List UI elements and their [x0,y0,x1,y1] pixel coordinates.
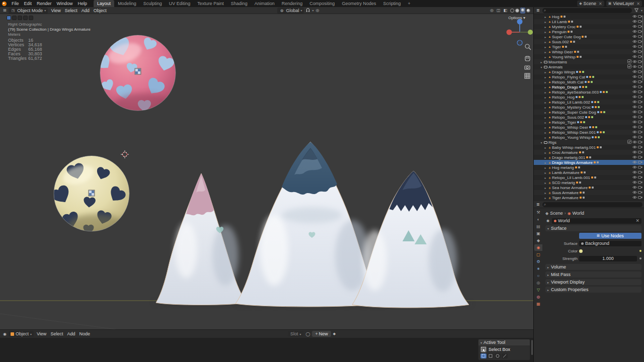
outliner-row[interactable]: ▸▲Penguin [534,29,644,34]
camera-icon[interactable] [638,85,642,89]
disclosure-triangle[interactable]: ▸ [543,50,547,54]
show-gizmo-icon[interactable]: ◎ [489,8,495,13]
properties-tab-physics[interactable]: ○ [534,273,542,279]
properties-tab-texture[interactable]: ▦ [534,301,542,307]
outliner-row[interactable]: ▸⋔Croc Armature [534,150,644,155]
disclosure-triangle[interactable]: ▸ [543,186,547,190]
menu-render[interactable]: Render [34,0,54,7]
texture-image-widget[interactable] [89,190,95,196]
active-tool-icon[interactable] [7,16,11,20]
eye-icon[interactable] [632,115,637,120]
eye-icon[interactable] [632,155,637,160]
rendered-shading-icon[interactable] [526,9,530,13]
material-preview-icon[interactable] [521,8,525,12]
eye-icon[interactable] [632,145,637,150]
breadcrumb-scene[interactable]: Scene [550,211,563,216]
disclosure-triangle[interactable]: ▸ [543,101,547,104]
disclosure-triangle[interactable]: ▸ [543,191,547,195]
camera-icon[interactable] [638,175,642,180]
workspace-tab-shading[interactable]: Shading [227,0,251,7]
toggle-xray-icon[interactable]: ◧ [502,8,508,13]
mountain-left[interactable] [156,173,247,305]
workspace-tab-sculpting[interactable]: Sculpting [140,0,166,7]
properties-tab-object[interactable]: ▢ [534,251,542,258]
surface-section-header[interactable]: ▾ Surface [545,225,641,231]
unlink-viewlayer-icon[interactable]: ✕ [635,2,640,6]
eye-icon[interactable] [632,40,637,44]
disclosure-triangle[interactable]: ▸ [543,85,547,89]
properties-tab-output[interactable]: ▤ [534,223,542,230]
properties-search-input[interactable] [542,202,642,207]
disclosure-triangle[interactable]: ▸ [543,20,547,24]
camera-icon[interactable] [638,170,642,175]
outliner-row[interactable]: ▸▲Retopo_Flying Cat [534,74,644,79]
eye-icon[interactable] [632,15,637,19]
disclosure-triangle[interactable]: ▸ [543,35,547,39]
eye-icon[interactable] [632,170,637,175]
eye-icon[interactable] [632,186,637,190]
disclosure-triangle[interactable]: ▸ [543,80,547,84]
select-new-icon[interactable] [480,353,487,358]
disclosure-triangle[interactable]: ▸ [543,40,547,44]
disclosure-triangle[interactable]: ▾ [539,141,543,144]
outliner-row[interactable]: ▸▲Retopo_ayeSeahorse.003 [534,89,644,95]
select-extend-icon[interactable] [488,353,494,358]
section-viewport-display[interactable]: ▸Viewport Display [545,279,641,285]
eye-icon[interactable] [632,35,637,39]
unlink-world-icon[interactable]: ✕ [635,218,639,223]
disclosure-triangle[interactable]: ▸ [543,196,547,200]
disclosure-triangle[interactable]: ▸ [543,70,547,74]
eye-icon[interactable] [632,80,637,84]
workspace-tab-uv-editing[interactable]: UV Editing [166,0,194,7]
outliner-row[interactable]: ▸⋔Hog metarig [534,165,644,170]
proportional-edit-icon[interactable]: ◎ [314,8,320,13]
camera-icon[interactable] [638,90,642,95]
outliner-row[interactable]: ▸▲Retopo_Tiger [534,120,644,125]
browse-material-icon[interactable]: ◯ [304,332,311,336]
shader-type-dropdown[interactable]: Object ▾ [9,331,34,337]
scrollbar[interactable] [642,15,643,80]
select-mode-icon-1[interactable] [12,16,17,20]
disclosure-triangle[interactable]: ▸ [543,25,547,29]
camera-icon[interactable] [638,155,642,160]
viewport-menu-select[interactable]: Select [63,8,79,13]
texture-image-widget[interactable] [135,68,141,74]
shader-editor-body[interactable] [0,338,533,362]
select-subtract-icon[interactable] [495,353,501,358]
disclosure-triangle[interactable]: ▸ [543,146,547,149]
outliner-row[interactable]: ▸▲Lil Lamb [534,19,644,24]
properties-tab-constraints[interactable]: ◎ [534,280,542,286]
outliner-row[interactable]: ▸▲Retopo_Lil Lamb.002 [534,100,644,105]
disclosure-triangle[interactable]: ▸ [543,90,547,94]
outliner-row[interactable]: ▸⋔Suus Armature [534,190,644,195]
disclosure-triangle[interactable]: ▸ [543,15,547,19]
outliner-row[interactable]: ▸▲Retopo_Drago [534,84,644,89]
camera-icon[interactable] [638,150,642,155]
editor-type-icon[interactable]: ≣ [535,202,541,207]
properties-tab-scene[interactable]: ◆ [534,237,542,244]
viewport-menu-add[interactable]: Add [79,8,92,13]
camera-icon[interactable] [638,130,642,135]
workspace-tab-animation[interactable]: Animation [251,0,278,7]
outliner-row[interactable]: ▸⋔Sea horse Armature [534,185,644,190]
camera-icon[interactable] [638,160,642,165]
disclosure-triangle[interactable]: ▸ [543,96,547,99]
active-tool-row[interactable]: Select Box [478,345,530,353]
workspace-tab-layout[interactable]: Layout [94,0,114,7]
pin-icon[interactable]: ◆ [332,332,337,336]
eye-icon[interactable] [632,100,637,105]
eye-icon[interactable] [632,90,637,95]
outliner-row[interactable]: ▸⋔Tiger Armature [534,195,644,200]
workspace-tab-scripting[interactable]: Scripting [379,0,404,7]
properties-tab-particles[interactable]: ∗ [534,265,542,272]
shader-menu-view[interactable]: View [35,331,48,336]
disclosure-triangle[interactable]: ▸ [543,176,547,179]
outliner-row[interactable]: ▸▲Suus.002 [534,39,644,44]
browse-world-icon[interactable]: ◉ [545,219,550,223]
disclosure-triangle[interactable]: ▸ [543,171,547,174]
properties-tab-material[interactable]: ◍ [534,294,542,300]
eye-icon[interactable] [632,160,637,165]
filter-icon[interactable] [633,8,639,13]
eye-icon[interactable] [632,125,637,130]
new-material-button[interactable]: + New [312,331,331,337]
